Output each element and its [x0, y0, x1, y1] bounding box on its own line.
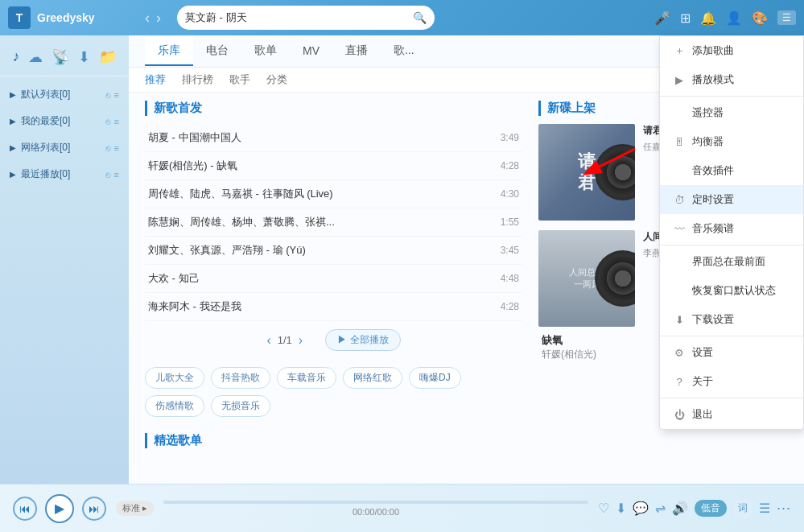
tab-more[interactable]: 歌...: [381, 37, 427, 66]
menu-button[interactable]: ☰: [777, 10, 796, 25]
menu-equalizer[interactable]: 🎚 均衡器: [660, 127, 803, 156]
sidebar-item-favorites[interactable]: ▶ 我的最爱[0] ⎋ ≡: [0, 108, 129, 134]
table-row[interactable]: 胡夏 - 中国潮中国人 3:49: [145, 124, 522, 152]
subtab-charts[interactable]: 排行榜: [182, 72, 213, 87]
menu-icon[interactable]: ≡: [114, 90, 119, 100]
queue-icon[interactable]: ☰: [759, 501, 770, 516]
menu-restore[interactable]: 恢复窗口默认状态: [660, 276, 803, 305]
menu-icon-4[interactable]: ≡: [114, 170, 119, 179]
export-icon-4[interactable]: ⎋: [105, 170, 111, 179]
quality-badge[interactable]: 标准 ▸: [116, 501, 154, 516]
menu-remote[interactable]: 遥控器: [660, 98, 803, 127]
menu-exit[interactable]: ⏻ 退出: [660, 400, 803, 429]
menu-icon-3[interactable]: ≡: [114, 143, 119, 153]
sidebar-icon-music[interactable]: ♪: [12, 48, 19, 66]
export-icon[interactable]: ⎋: [105, 90, 111, 100]
sidebar-icon-radio[interactable]: 📡: [52, 48, 69, 66]
play-pause-button[interactable]: ▶: [45, 494, 74, 523]
menu-add-song[interactable]: ＋ 添加歌曲: [660, 36, 803, 65]
dots-menu[interactable]: ···: [777, 500, 791, 517]
menu-icon-2[interactable]: ≡: [114, 117, 119, 126]
gear-icon: ⚙: [673, 347, 686, 359]
search-bar: 🔍: [177, 6, 435, 30]
tag-emotional[interactable]: 伤感情歌: [145, 395, 204, 417]
table-row[interactable]: 轩媛(相信光) - 缺氧 4:28: [145, 152, 522, 180]
subtab-recommend[interactable]: 推荐: [145, 72, 166, 87]
menu-settings[interactable]: ⚙ 设置: [660, 338, 803, 367]
song-duration: 3:49: [501, 132, 519, 143]
download-track-icon[interactable]: ⬇: [616, 501, 626, 516]
timer-icon: ⏱: [673, 194, 686, 206]
table-row[interactable]: 刘耀文、张真源、严浩翔 - 瑜 (Yú) 3:45: [145, 237, 522, 265]
next-track-button[interactable]: ⏭: [82, 497, 106, 521]
new-songs-header: 新歌首发: [145, 101, 522, 116]
menu-about[interactable]: ? 关于: [660, 367, 803, 396]
progress-bar[interactable]: [163, 501, 588, 504]
table-row[interactable]: 大欢 - 知己 4:48: [145, 265, 522, 293]
logo-area: T Greedysky: [8, 6, 137, 29]
player-bar: ⏮ ▶ ⏭ 标准 ▸ 00:00/00:00 ♡ ⬇ 💬 ⇌ 🔊 低音 词 ☰ …: [0, 484, 804, 532]
tab-library[interactable]: 乐库: [145, 37, 193, 66]
sidebar-item-recent[interactable]: ▶ 最近播放[0] ⎋ ≡: [0, 161, 129, 188]
search-icon[interactable]: 🔍: [413, 11, 427, 24]
table-row[interactable]: 周传雄、陆虎、马嘉祺 - 往事随风 (Live) 4:30: [145, 180, 522, 208]
forward-button[interactable]: ›: [156, 10, 161, 27]
tag-lossless[interactable]: 无损音乐: [211, 395, 270, 417]
comment-icon[interactable]: 💬: [633, 501, 649, 516]
search-input[interactable]: [185, 12, 413, 24]
sidebar-icon-folder[interactable]: 📁: [99, 48, 117, 66]
tab-mv[interactable]: MV: [290, 38, 332, 65]
prev-track-button[interactable]: ⏮: [13, 497, 37, 521]
tag-car[interactable]: 车载音乐: [277, 367, 336, 389]
menu-timer[interactable]: ⏱ 定时设置: [660, 185, 803, 214]
add-icon: ＋: [673, 43, 686, 58]
app-name: Greedysky: [37, 11, 95, 24]
menu-always-top[interactable]: 界面总在最前面: [660, 247, 803, 276]
sidebar-label-favorites: 我的最爱[0]: [21, 114, 70, 128]
songs-list: 胡夏 - 中国潮中国人 3:49 轩媛(相信光) - 缺氧 4:28 周传雄、陆…: [145, 124, 522, 321]
chevron-down-icon: ▶: [10, 90, 16, 99]
download-settings-icon: ⬇: [673, 314, 686, 326]
song-name: 海来阿木 - 我还是我: [148, 299, 494, 314]
tab-live[interactable]: 直播: [332, 37, 381, 66]
tab-playlist[interactable]: 歌单: [241, 37, 290, 66]
volume-icon[interactable]: 🔊: [672, 501, 688, 516]
tag-internet[interactable]: 网络红歌: [343, 367, 402, 389]
menu-download-settings[interactable]: ⬇ 下载设置: [660, 305, 803, 334]
subtab-artists[interactable]: 歌手: [229, 72, 250, 87]
menu-play-mode[interactable]: ▶ 播放模式: [660, 65, 803, 94]
next-page-button[interactable]: ›: [299, 333, 303, 348]
table-row[interactable]: 陈慧娴、周传雄、杨坤、萧敬腾、张祺... 1:55: [145, 208, 522, 237]
menu-effects[interactable]: 音效插件: [660, 156, 803, 185]
svg-line-0: [587, 149, 635, 173]
mic-icon[interactable]: 🎤: [654, 10, 670, 26]
subtab-categories[interactable]: 分类: [266, 72, 287, 87]
back-button[interactable]: ‹: [145, 10, 150, 27]
table-row[interactable]: 海来阿木 - 我还是我 4:28: [145, 293, 522, 321]
bell-icon[interactable]: 🔔: [700, 10, 716, 26]
tag-douyin[interactable]: 抖音热歌: [211, 367, 270, 389]
app-logo: T: [8, 6, 31, 29]
spectrum-icon: 〰: [673, 223, 686, 235]
prev-page-button[interactable]: ‹: [266, 333, 270, 348]
menu-spectrum[interactable]: 〰 音乐频谱: [660, 214, 803, 243]
lyrics-button[interactable]: 词: [733, 500, 752, 517]
progress-area: 00:00/00:00: [163, 501, 588, 517]
grid-icon[interactable]: ⊞: [680, 10, 691, 26]
skin-icon[interactable]: 🎨: [752, 10, 768, 26]
tag-childrens[interactable]: 儿歌大全: [145, 367, 204, 389]
tab-radio[interactable]: 电台: [193, 37, 241, 66]
export-icon-3[interactable]: ⎋: [105, 143, 111, 153]
tag-dj[interactable]: 嗨爆DJ: [409, 367, 461, 389]
export-icon-2[interactable]: ⎋: [105, 117, 111, 126]
sidebar-icon-cloud[interactable]: ☁: [28, 48, 43, 66]
sidebar-item-default-list[interactable]: ▶ 默认列表[0] ⎋ ≡: [0, 81, 129, 108]
song-duration: 4:48: [501, 273, 519, 284]
user-icon[interactable]: 👤: [726, 10, 742, 26]
shuffle-icon[interactable]: ⇌: [655, 501, 666, 516]
play-all-button[interactable]: ▶ 全部播放: [325, 329, 400, 351]
sidebar-item-network-list[interactable]: ▶ 网络列表[0] ⎋ ≡: [0, 134, 129, 161]
low-quality-btn[interactable]: 低音: [695, 500, 727, 517]
sidebar-icon-download[interactable]: ⬇: [78, 48, 90, 66]
heart-icon[interactable]: ♡: [598, 501, 609, 516]
